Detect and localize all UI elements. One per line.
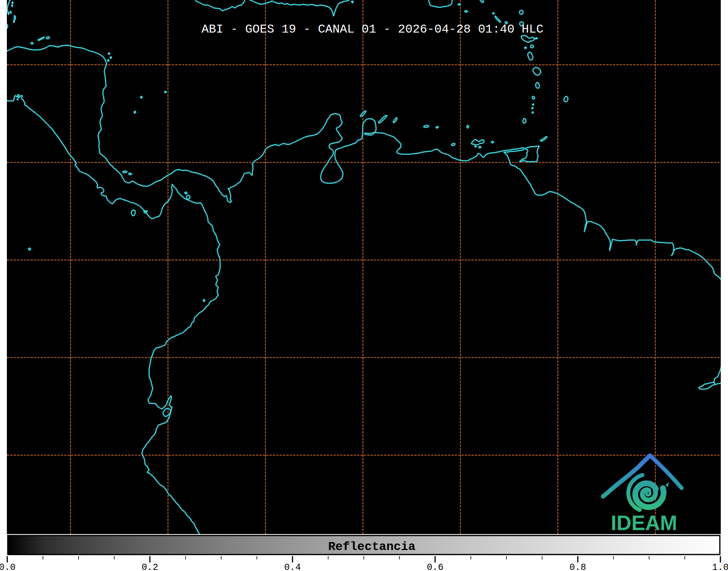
svg-text:0.4: 0.4 (284, 562, 301, 571)
svg-text:0.0: 0.0 (0, 562, 16, 571)
svg-text:IDEAM: IDEAM (611, 511, 677, 534)
svg-text:0.8: 0.8 (569, 562, 586, 571)
svg-text:0.2: 0.2 (142, 562, 158, 571)
svg-text:0.6: 0.6 (427, 562, 443, 571)
svg-text:1.0: 1.0 (712, 562, 728, 571)
svg-text:ABI - GOES 19 - CANAL 01 - 202: ABI - GOES 19 - CANAL 01 - 2026-04-28 01… (202, 22, 544, 36)
svg-text:Reflectancia: Reflectancia (328, 540, 415, 554)
